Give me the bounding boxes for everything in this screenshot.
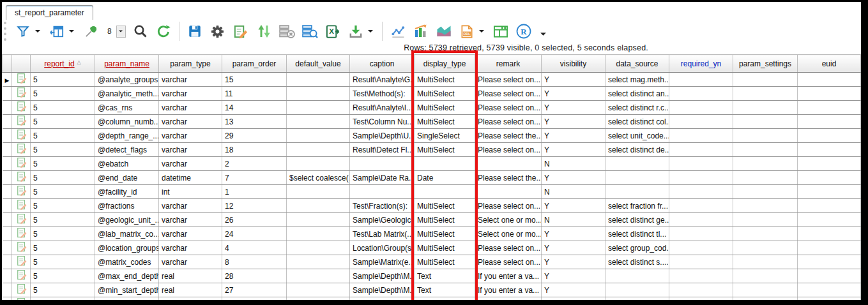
- cell-param_type[interactable]: varchar: [159, 157, 222, 171]
- cell-data_source[interactable]: select mag.meth...: [605, 73, 669, 87]
- tab-st-report-parameter[interactable]: st_report_parameter: [6, 5, 93, 20]
- cell-default_value[interactable]: $select coalesce(...: [287, 171, 350, 185]
- rdl-report-icon[interactable]: RDL: [459, 23, 475, 40]
- cell-remark[interactable]: Please select the...: [475, 171, 542, 185]
- row-selector[interactable]: ▶: [3, 73, 12, 87]
- row-selector[interactable]: [3, 101, 12, 115]
- column-chooser-dropdown-icon[interactable]: [67, 27, 76, 35]
- column-header-data_source[interactable]: data_source: [605, 55, 669, 73]
- cell-param_order[interactable]: 12: [222, 199, 287, 213]
- cell-default_value[interactable]: [287, 199, 350, 213]
- cell-param_settings[interactable]: [733, 297, 798, 301]
- cell-default_value[interactable]: [287, 101, 350, 115]
- column-header-report_id[interactable]: report_id△: [31, 55, 95, 73]
- cell-required_yn[interactable]: [669, 297, 733, 301]
- cell-param_order[interactable]: 13: [222, 115, 287, 129]
- cell-required_yn[interactable]: [669, 255, 733, 269]
- cell-param_name[interactable]: @cas_rns: [95, 101, 159, 115]
- cell-param_order[interactable]: 27: [222, 283, 287, 297]
- cell-remark[interactable]: Select one or mo...: [475, 213, 542, 227]
- row-selector[interactable]: [3, 87, 12, 101]
- cell-param_type[interactable]: varchar: [159, 241, 222, 255]
- cell-param_settings[interactable]: [733, 213, 798, 227]
- cell-param_settings[interactable]: [733, 101, 798, 115]
- cell-param_order[interactable]: 4: [222, 241, 287, 255]
- cell-param_type[interactable]: datetime: [159, 171, 222, 185]
- cell-visibility[interactable]: Y: [542, 297, 605, 301]
- cell-data_source[interactable]: select distinct an...: [605, 87, 669, 101]
- cell-report_id[interactable]: 5: [31, 297, 95, 301]
- column-header-param_settings[interactable]: param_settings: [733, 55, 798, 73]
- cell-data_source[interactable]: select group_cod...: [605, 241, 669, 255]
- cell-param_settings[interactable]: [733, 255, 798, 269]
- cell-param_type[interactable]: varchar: [159, 143, 222, 157]
- cell-required_yn[interactable]: [669, 171, 733, 185]
- cell-param_order[interactable]: 14: [222, 101, 287, 115]
- row-selector[interactable]: [3, 157, 12, 171]
- cell-param_name[interactable]: @min_start_depth: [95, 283, 159, 297]
- cell-caption[interactable]: Sample\Date Ra...: [350, 171, 415, 185]
- column-header-euid[interactable]: euid: [798, 55, 861, 73]
- cell-visibility[interactable]: Y: [542, 73, 605, 87]
- cell-display_type[interactable]: [415, 157, 475, 171]
- cell-display_type[interactable]: MultiSelect: [415, 241, 475, 255]
- cell-remark[interactable]: Please select on...: [475, 73, 542, 87]
- cell-display_type[interactable]: MultiSelect: [415, 115, 475, 129]
- import-data-icon[interactable]: [347, 23, 364, 40]
- row-limit-value[interactable]: 8: [105, 27, 114, 36]
- row-edit-button[interactable]: [12, 171, 31, 185]
- cell-data_source[interactable]: select unit_code...: [605, 129, 669, 143]
- cell-param_type[interactable]: int: [159, 185, 222, 199]
- cell-required_yn[interactable]: [669, 73, 733, 87]
- column-header-param_name[interactable]: param_name: [95, 55, 159, 73]
- cell-visibility[interactable]: Y: [542, 101, 605, 115]
- cell-required_yn[interactable]: [669, 199, 733, 213]
- row-edit-button[interactable]: [12, 101, 31, 115]
- cell-display_type[interactable]: MultiSelect: [415, 227, 475, 241]
- cell-default_value[interactable]: [287, 87, 350, 101]
- cell-report_id[interactable]: 5: [31, 171, 95, 185]
- cell-caption[interactable]: Test\Column Nu...: [350, 115, 415, 129]
- cell-data_source[interactable]: select fraction fr...: [605, 199, 669, 213]
- cell-euid[interactable]: [798, 157, 861, 171]
- cell-display_type[interactable]: MultiSelect: [415, 87, 475, 101]
- cell-param_name[interactable]: @column_numb...: [95, 115, 159, 129]
- cell-param_type[interactable]: varchar: [159, 73, 222, 87]
- cell-remark[interactable]: Please select on...: [475, 101, 542, 115]
- cell-required_yn[interactable]: [669, 241, 733, 255]
- row-selector[interactable]: [3, 269, 12, 283]
- cell-caption[interactable]: Sample\Depth\M...: [350, 283, 415, 297]
- row-selector[interactable]: [3, 143, 12, 157]
- cell-default_value[interactable]: [287, 185, 350, 199]
- cell-visibility[interactable]: Y: [542, 129, 605, 143]
- cell-param_order[interactable]: 11: [222, 87, 287, 101]
- export-excel-icon[interactable]: X: [324, 23, 341, 40]
- row-edit-button[interactable]: [12, 227, 31, 241]
- row-selector[interactable]: [3, 213, 12, 227]
- cell-caption[interactable]: Test\Lab Matrix(...: [350, 227, 415, 241]
- cell-param_type[interactable]: varchar: [159, 87, 222, 101]
- row-selector[interactable]: [3, 255, 12, 269]
- cell-euid[interactable]: [798, 115, 861, 129]
- cell-default_value[interactable]: [287, 227, 350, 241]
- cell-required_yn[interactable]: [669, 115, 733, 129]
- cell-remark[interactable]: If you enter a va...: [475, 269, 542, 283]
- cell-caption[interactable]: Result\Analyte\I...: [350, 101, 415, 115]
- cell-required_yn[interactable]: [669, 185, 733, 199]
- cell-required_yn[interactable]: [669, 269, 733, 283]
- column-header-default_value[interactable]: default_value: [287, 55, 350, 73]
- row-edit-button[interactable]: [12, 283, 31, 297]
- cell-visibility[interactable]: Y: [542, 283, 605, 297]
- row-edit-button[interactable]: [12, 87, 31, 101]
- cell-data_source[interactable]: [605, 157, 669, 171]
- cell-data_source[interactable]: [605, 269, 669, 283]
- save-icon[interactable]: [187, 23, 203, 40]
- cell-param_order[interactable]: 28: [222, 269, 287, 283]
- cell-param_name[interactable]: @location_groups: [95, 241, 159, 255]
- cell-param_type[interactable]: varchar: [159, 115, 222, 129]
- cell-report_id[interactable]: 5: [31, 269, 95, 283]
- cell-visibility[interactable]: Y: [542, 199, 605, 213]
- cell-display_type[interactable]: MultiSelect: [415, 199, 475, 213]
- cell-euid[interactable]: [798, 283, 861, 297]
- cell-remark[interactable]: Please select on...: [475, 255, 542, 269]
